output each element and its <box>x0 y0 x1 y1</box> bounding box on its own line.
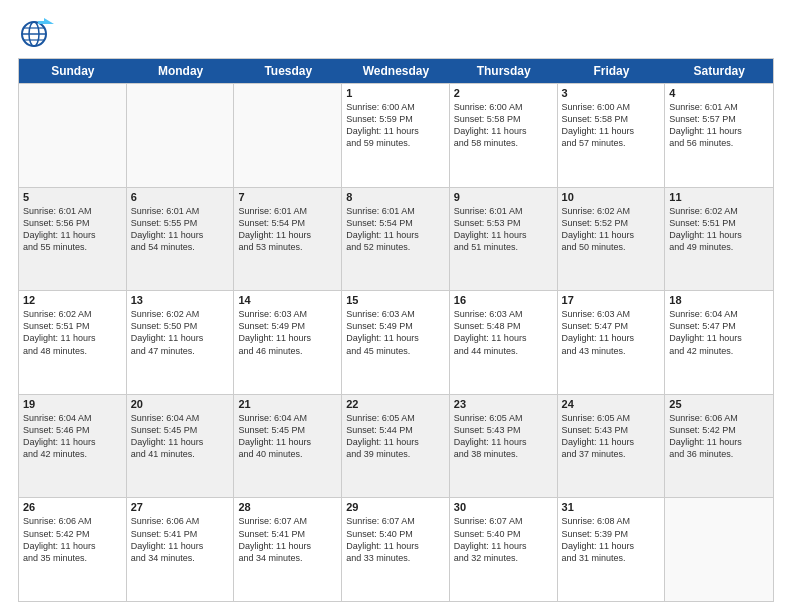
calendar-cell <box>665 498 773 601</box>
cell-info: Sunrise: 6:01 AM Sunset: 5:53 PM Dayligh… <box>454 205 553 254</box>
day-number: 6 <box>131 191 230 203</box>
header <box>18 10 774 52</box>
calendar-week: 1Sunrise: 6:00 AM Sunset: 5:59 PM Daylig… <box>19 83 773 187</box>
cell-info: Sunrise: 6:02 AM Sunset: 5:50 PM Dayligh… <box>131 308 230 357</box>
calendar-cell <box>127 84 235 187</box>
day-number: 25 <box>669 398 769 410</box>
cell-info: Sunrise: 6:07 AM Sunset: 5:40 PM Dayligh… <box>346 515 445 564</box>
day-number: 18 <box>669 294 769 306</box>
calendar-cell: 20Sunrise: 6:04 AM Sunset: 5:45 PM Dayli… <box>127 395 235 498</box>
calendar-cell: 17Sunrise: 6:03 AM Sunset: 5:47 PM Dayli… <box>558 291 666 394</box>
logo <box>18 14 60 52</box>
day-number: 16 <box>454 294 553 306</box>
cell-info: Sunrise: 6:01 AM Sunset: 5:54 PM Dayligh… <box>346 205 445 254</box>
calendar-cell: 12Sunrise: 6:02 AM Sunset: 5:51 PM Dayli… <box>19 291 127 394</box>
calendar-cell: 31Sunrise: 6:08 AM Sunset: 5:39 PM Dayli… <box>558 498 666 601</box>
calendar-cell: 23Sunrise: 6:05 AM Sunset: 5:43 PM Dayli… <box>450 395 558 498</box>
cell-info: Sunrise: 6:02 AM Sunset: 5:51 PM Dayligh… <box>23 308 122 357</box>
day-number: 1 <box>346 87 445 99</box>
day-number: 22 <box>346 398 445 410</box>
calendar-cell <box>234 84 342 187</box>
calendar-header-cell: Wednesday <box>342 59 450 83</box>
cell-info: Sunrise: 6:04 AM Sunset: 5:46 PM Dayligh… <box>23 412 122 461</box>
day-number: 17 <box>562 294 661 306</box>
calendar-cell: 8Sunrise: 6:01 AM Sunset: 5:54 PM Daylig… <box>342 188 450 291</box>
calendar-cell: 1Sunrise: 6:00 AM Sunset: 5:59 PM Daylig… <box>342 84 450 187</box>
calendar-cell: 7Sunrise: 6:01 AM Sunset: 5:54 PM Daylig… <box>234 188 342 291</box>
calendar-cell: 2Sunrise: 6:00 AM Sunset: 5:58 PM Daylig… <box>450 84 558 187</box>
cell-info: Sunrise: 6:01 AM Sunset: 5:55 PM Dayligh… <box>131 205 230 254</box>
calendar-cell: 13Sunrise: 6:02 AM Sunset: 5:50 PM Dayli… <box>127 291 235 394</box>
calendar-week: 19Sunrise: 6:04 AM Sunset: 5:46 PM Dayli… <box>19 394 773 498</box>
calendar-header-cell: Tuesday <box>234 59 342 83</box>
svg-rect-7 <box>38 21 46 24</box>
cell-info: Sunrise: 6:03 AM Sunset: 5:47 PM Dayligh… <box>562 308 661 357</box>
cell-info: Sunrise: 6:06 AM Sunset: 5:41 PM Dayligh… <box>131 515 230 564</box>
calendar-cell: 28Sunrise: 6:07 AM Sunset: 5:41 PM Dayli… <box>234 498 342 601</box>
page: SundayMondayTuesdayWednesdayThursdayFrid… <box>0 0 792 612</box>
day-number: 12 <box>23 294 122 306</box>
logo-icon <box>18 14 56 52</box>
day-number: 19 <box>23 398 122 410</box>
cell-info: Sunrise: 6:06 AM Sunset: 5:42 PM Dayligh… <box>669 412 769 461</box>
cell-info: Sunrise: 6:08 AM Sunset: 5:39 PM Dayligh… <box>562 515 661 564</box>
day-number: 26 <box>23 501 122 513</box>
cell-info: Sunrise: 6:01 AM Sunset: 5:57 PM Dayligh… <box>669 101 769 150</box>
day-number: 30 <box>454 501 553 513</box>
day-number: 27 <box>131 501 230 513</box>
cell-info: Sunrise: 6:05 AM Sunset: 5:43 PM Dayligh… <box>454 412 553 461</box>
calendar-cell: 6Sunrise: 6:01 AM Sunset: 5:55 PM Daylig… <box>127 188 235 291</box>
day-number: 31 <box>562 501 661 513</box>
day-number: 9 <box>454 191 553 203</box>
calendar-header-cell: Saturday <box>665 59 773 83</box>
calendar-header-cell: Sunday <box>19 59 127 83</box>
calendar-cell: 27Sunrise: 6:06 AM Sunset: 5:41 PM Dayli… <box>127 498 235 601</box>
calendar-header: SundayMondayTuesdayWednesdayThursdayFrid… <box>19 59 773 83</box>
calendar-cell: 24Sunrise: 6:05 AM Sunset: 5:43 PM Dayli… <box>558 395 666 498</box>
cell-info: Sunrise: 6:00 AM Sunset: 5:59 PM Dayligh… <box>346 101 445 150</box>
cell-info: Sunrise: 6:06 AM Sunset: 5:42 PM Dayligh… <box>23 515 122 564</box>
calendar-week: 5Sunrise: 6:01 AM Sunset: 5:56 PM Daylig… <box>19 187 773 291</box>
cell-info: Sunrise: 6:07 AM Sunset: 5:40 PM Dayligh… <box>454 515 553 564</box>
day-number: 20 <box>131 398 230 410</box>
cell-info: Sunrise: 6:04 AM Sunset: 5:47 PM Dayligh… <box>669 308 769 357</box>
calendar-cell: 10Sunrise: 6:02 AM Sunset: 5:52 PM Dayli… <box>558 188 666 291</box>
calendar-cell: 14Sunrise: 6:03 AM Sunset: 5:49 PM Dayli… <box>234 291 342 394</box>
day-number: 2 <box>454 87 553 99</box>
day-number: 4 <box>669 87 769 99</box>
calendar-cell: 18Sunrise: 6:04 AM Sunset: 5:47 PM Dayli… <box>665 291 773 394</box>
calendar-cell: 4Sunrise: 6:01 AM Sunset: 5:57 PM Daylig… <box>665 84 773 187</box>
calendar-cell: 22Sunrise: 6:05 AM Sunset: 5:44 PM Dayli… <box>342 395 450 498</box>
calendar-week: 26Sunrise: 6:06 AM Sunset: 5:42 PM Dayli… <box>19 497 773 601</box>
calendar-cell: 30Sunrise: 6:07 AM Sunset: 5:40 PM Dayli… <box>450 498 558 601</box>
calendar-cell: 9Sunrise: 6:01 AM Sunset: 5:53 PM Daylig… <box>450 188 558 291</box>
cell-info: Sunrise: 6:01 AM Sunset: 5:56 PM Dayligh… <box>23 205 122 254</box>
day-number: 8 <box>346 191 445 203</box>
cell-info: Sunrise: 6:03 AM Sunset: 5:48 PM Dayligh… <box>454 308 553 357</box>
cell-info: Sunrise: 6:02 AM Sunset: 5:51 PM Dayligh… <box>669 205 769 254</box>
day-number: 29 <box>346 501 445 513</box>
calendar-cell: 21Sunrise: 6:04 AM Sunset: 5:45 PM Dayli… <box>234 395 342 498</box>
day-number: 13 <box>131 294 230 306</box>
calendar: SundayMondayTuesdayWednesdayThursdayFrid… <box>18 58 774 602</box>
cell-info: Sunrise: 6:00 AM Sunset: 5:58 PM Dayligh… <box>562 101 661 150</box>
day-number: 21 <box>238 398 337 410</box>
calendar-cell: 29Sunrise: 6:07 AM Sunset: 5:40 PM Dayli… <box>342 498 450 601</box>
calendar-cell: 15Sunrise: 6:03 AM Sunset: 5:49 PM Dayli… <box>342 291 450 394</box>
calendar-cell <box>19 84 127 187</box>
day-number: 15 <box>346 294 445 306</box>
calendar-cell: 16Sunrise: 6:03 AM Sunset: 5:48 PM Dayli… <box>450 291 558 394</box>
calendar-cell: 5Sunrise: 6:01 AM Sunset: 5:56 PM Daylig… <box>19 188 127 291</box>
cell-info: Sunrise: 6:05 AM Sunset: 5:43 PM Dayligh… <box>562 412 661 461</box>
cell-info: Sunrise: 6:07 AM Sunset: 5:41 PM Dayligh… <box>238 515 337 564</box>
calendar-cell: 11Sunrise: 6:02 AM Sunset: 5:51 PM Dayli… <box>665 188 773 291</box>
calendar-body: 1Sunrise: 6:00 AM Sunset: 5:59 PM Daylig… <box>19 83 773 601</box>
cell-info: Sunrise: 6:03 AM Sunset: 5:49 PM Dayligh… <box>346 308 445 357</box>
calendar-cell: 26Sunrise: 6:06 AM Sunset: 5:42 PM Dayli… <box>19 498 127 601</box>
cell-info: Sunrise: 6:01 AM Sunset: 5:54 PM Dayligh… <box>238 205 337 254</box>
day-number: 23 <box>454 398 553 410</box>
day-number: 7 <box>238 191 337 203</box>
cell-info: Sunrise: 6:04 AM Sunset: 5:45 PM Dayligh… <box>238 412 337 461</box>
cell-info: Sunrise: 6:04 AM Sunset: 5:45 PM Dayligh… <box>131 412 230 461</box>
day-number: 11 <box>669 191 769 203</box>
